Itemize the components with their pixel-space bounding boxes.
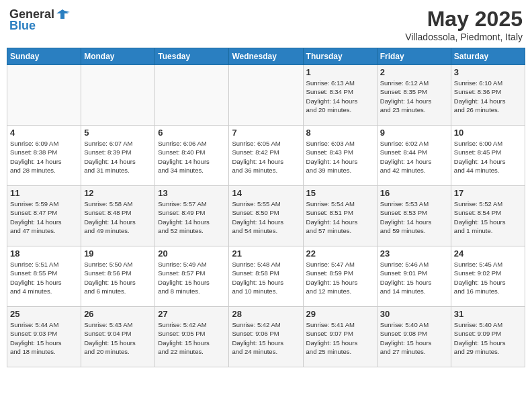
day-info: Sunrise: 5:42 AM Sunset: 9:05 PM Dayligh…	[158, 320, 226, 356]
day-number: 25	[10, 309, 78, 319]
logo: General Blue	[9, 7, 71, 33]
day-number: 24	[454, 248, 522, 259]
day-info: Sunrise: 6:10 AM Sunset: 8:36 PM Dayligh…	[454, 79, 522, 114]
calendar-cell: 23Sunrise: 5:46 AM Sunset: 9:01 PM Dayli…	[377, 246, 451, 307]
day-info: Sunrise: 5:49 AM Sunset: 8:57 PM Dayligh…	[158, 260, 226, 295]
calendar-cell: 8Sunrise: 6:03 AM Sunset: 8:43 PM Daylig…	[303, 126, 377, 186]
day-number: 16	[380, 188, 448, 198]
column-header-thursday: Thursday	[303, 48, 377, 65]
title-block: May 2025 Villadossola, Piedmont, Italy	[405, 7, 523, 42]
column-header-wednesday: Wednesday	[229, 48, 303, 65]
calendar-cell: 25Sunrise: 5:44 AM Sunset: 9:03 PM Dayli…	[7, 307, 81, 367]
day-number: 28	[232, 309, 300, 319]
calendar-cell	[155, 65, 229, 126]
day-number: 15	[306, 188, 374, 198]
calendar-cell: 10Sunrise: 6:00 AM Sunset: 8:45 PM Dayli…	[451, 126, 525, 186]
day-number: 8	[306, 128, 374, 138]
calendar-cell: 1Sunrise: 6:13 AM Sunset: 8:34 PM Daylig…	[303, 65, 377, 126]
logo-blue-text: Blue	[9, 19, 36, 33]
day-number: 27	[158, 309, 226, 319]
calendar-cell: 9Sunrise: 6:02 AM Sunset: 8:44 PM Daylig…	[377, 126, 451, 186]
day-number: 9	[380, 128, 448, 138]
calendar-cell: 13Sunrise: 5:57 AM Sunset: 8:49 PM Dayli…	[155, 186, 229, 246]
day-info: Sunrise: 5:48 AM Sunset: 8:58 PM Dayligh…	[232, 260, 300, 295]
calendar-cell: 24Sunrise: 5:45 AM Sunset: 9:02 PM Dayli…	[451, 246, 525, 307]
day-number: 13	[158, 188, 226, 198]
day-number: 17	[454, 188, 522, 198]
day-info: Sunrise: 5:58 AM Sunset: 8:48 PM Dayligh…	[84, 199, 152, 235]
day-info: Sunrise: 5:51 AM Sunset: 8:55 PM Dayligh…	[10, 260, 78, 295]
day-info: Sunrise: 6:00 AM Sunset: 8:45 PM Dayligh…	[454, 139, 522, 175]
day-info: Sunrise: 6:06 AM Sunset: 8:40 PM Dayligh…	[158, 139, 226, 175]
calendar-cell: 5Sunrise: 6:07 AM Sunset: 8:39 PM Daylig…	[81, 126, 155, 186]
day-number: 29	[306, 309, 374, 319]
day-info: Sunrise: 5:46 AM Sunset: 9:01 PM Dayligh…	[380, 260, 448, 295]
day-info: Sunrise: 6:09 AM Sunset: 8:38 PM Dayligh…	[10, 139, 78, 175]
day-info: Sunrise: 5:53 AM Sunset: 8:53 PM Dayligh…	[380, 199, 448, 235]
day-info: Sunrise: 5:55 AM Sunset: 8:50 PM Dayligh…	[232, 199, 300, 235]
day-number: 5	[84, 128, 152, 138]
calendar-cell: 29Sunrise: 5:41 AM Sunset: 9:07 PM Dayli…	[303, 307, 377, 367]
day-number: 30	[380, 309, 448, 319]
calendar-cell: 27Sunrise: 5:42 AM Sunset: 9:05 PM Dayli…	[155, 307, 229, 367]
day-info: Sunrise: 5:45 AM Sunset: 9:02 PM Dayligh…	[454, 260, 522, 295]
calendar-table: SundayMondayTuesdayWednesdayThursdayFrid…	[7, 48, 525, 367]
calendar-cell: 17Sunrise: 5:52 AM Sunset: 8:54 PM Dayli…	[451, 186, 525, 246]
day-info: Sunrise: 6:03 AM Sunset: 8:43 PM Dayligh…	[306, 139, 374, 175]
calendar-cell: 11Sunrise: 5:59 AM Sunset: 8:47 PM Dayli…	[7, 186, 81, 246]
month-title: May 2025	[405, 7, 523, 32]
calendar-cell: 22Sunrise: 5:47 AM Sunset: 8:59 PM Dayli…	[303, 246, 377, 307]
calendar-cell: 18Sunrise: 5:51 AM Sunset: 8:55 PM Dayli…	[7, 246, 81, 307]
location-subtitle: Villadossola, Piedmont, Italy	[405, 32, 523, 42]
calendar-cell: 2Sunrise: 6:12 AM Sunset: 8:35 PM Daylig…	[377, 65, 451, 126]
calendar-cell	[229, 65, 303, 126]
calendar-week-row: 4Sunrise: 6:09 AM Sunset: 8:38 PM Daylig…	[7, 126, 525, 186]
day-info: Sunrise: 5:44 AM Sunset: 9:03 PM Dayligh…	[10, 320, 78, 356]
calendar-cell: 20Sunrise: 5:49 AM Sunset: 8:57 PM Dayli…	[155, 246, 229, 307]
calendar-cell: 3Sunrise: 6:10 AM Sunset: 8:36 PM Daylig…	[451, 65, 525, 126]
day-number: 31	[454, 309, 522, 319]
day-number: 19	[84, 248, 152, 259]
calendar-cell	[7, 65, 81, 126]
day-info: Sunrise: 5:52 AM Sunset: 8:54 PM Dayligh…	[454, 199, 522, 235]
logo-bird-icon	[55, 7, 70, 21]
day-number: 1	[306, 67, 374, 77]
calendar-header-row: SundayMondayTuesdayWednesdayThursdayFrid…	[7, 48, 525, 65]
calendar-cell: 14Sunrise: 5:55 AM Sunset: 8:50 PM Dayli…	[229, 186, 303, 246]
calendar-cell: 6Sunrise: 6:06 AM Sunset: 8:40 PM Daylig…	[155, 126, 229, 186]
svg-marker-0	[56, 9, 69, 19]
day-info: Sunrise: 5:41 AM Sunset: 9:07 PM Dayligh…	[306, 320, 374, 356]
calendar-week-row: 1Sunrise: 6:13 AM Sunset: 8:34 PM Daylig…	[7, 65, 525, 126]
calendar-cell: 12Sunrise: 5:58 AM Sunset: 8:48 PM Dayli…	[81, 186, 155, 246]
day-number: 12	[84, 188, 152, 198]
day-info: Sunrise: 5:40 AM Sunset: 9:08 PM Dayligh…	[380, 320, 448, 356]
day-info: Sunrise: 6:12 AM Sunset: 8:35 PM Dayligh…	[380, 79, 448, 114]
calendar-cell	[81, 65, 155, 126]
day-number: 4	[10, 128, 78, 138]
day-info: Sunrise: 6:07 AM Sunset: 8:39 PM Dayligh…	[84, 139, 152, 175]
day-number: 7	[232, 128, 300, 138]
calendar-cell: 30Sunrise: 5:40 AM Sunset: 9:08 PM Dayli…	[377, 307, 451, 367]
day-info: Sunrise: 5:47 AM Sunset: 8:59 PM Dayligh…	[306, 260, 374, 295]
day-info: Sunrise: 5:40 AM Sunset: 9:09 PM Dayligh…	[454, 320, 522, 356]
day-number: 14	[232, 188, 300, 198]
day-info: Sunrise: 5:42 AM Sunset: 9:06 PM Dayligh…	[232, 320, 300, 356]
calendar-cell: 21Sunrise: 5:48 AM Sunset: 8:58 PM Dayli…	[229, 246, 303, 307]
day-number: 18	[10, 248, 78, 259]
calendar-cell: 26Sunrise: 5:43 AM Sunset: 9:04 PM Dayli…	[81, 307, 155, 367]
calendar-cell: 19Sunrise: 5:50 AM Sunset: 8:56 PM Dayli…	[81, 246, 155, 307]
column-header-monday: Monday	[81, 48, 155, 65]
calendar-week-row: 25Sunrise: 5:44 AM Sunset: 9:03 PM Dayli…	[7, 307, 525, 367]
day-info: Sunrise: 5:59 AM Sunset: 8:47 PM Dayligh…	[10, 199, 78, 235]
calendar-cell: 28Sunrise: 5:42 AM Sunset: 9:06 PM Dayli…	[229, 307, 303, 367]
day-info: Sunrise: 5:54 AM Sunset: 8:51 PM Dayligh…	[306, 199, 374, 235]
day-number: 11	[10, 188, 78, 198]
day-number: 10	[454, 128, 522, 138]
day-number: 20	[158, 248, 226, 259]
calendar-cell: 16Sunrise: 5:53 AM Sunset: 8:53 PM Dayli…	[377, 186, 451, 246]
day-number: 3	[454, 67, 522, 77]
calendar-cell: 15Sunrise: 5:54 AM Sunset: 8:51 PM Dayli…	[303, 186, 377, 246]
day-number: 23	[380, 248, 448, 259]
day-number: 22	[306, 248, 374, 259]
calendar-cell: 4Sunrise: 6:09 AM Sunset: 8:38 PM Daylig…	[7, 126, 81, 186]
